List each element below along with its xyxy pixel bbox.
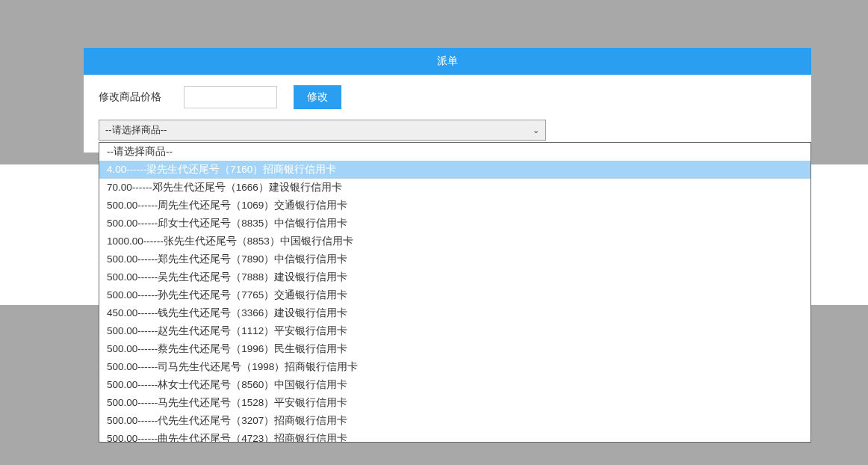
dropdown-item[interactable]: 70.00------邓先生代还尾号（1666）建设银行信用卡: [99, 179, 810, 197]
product-select[interactable]: --请选择商品-- ⌄: [99, 120, 546, 141]
dropdown-item[interactable]: 500.00------周先生代还尾号（1069）交通银行信用卡: [99, 197, 810, 215]
dispatch-panel: 派单 修改商品价格 修改 --请选择商品-- ⌄: [84, 48, 811, 153]
dropdown-placeholder[interactable]: --请选择商品--: [99, 143, 810, 161]
dropdown-item[interactable]: 500.00------曲先生代还尾号（4723）招商银行信用卡: [99, 430, 810, 443]
product-select-value: --请选择商品--: [105, 123, 533, 137]
price-input[interactable]: [184, 86, 277, 108]
dropdown-item[interactable]: 500.00------赵先生代还尾号（1112）平安银行信用卡: [99, 322, 810, 340]
dropdown-item[interactable]: 500.00------吴先生代还尾号（7888）建设银行信用卡: [99, 268, 810, 286]
dropdown-item[interactable]: 500.00------马先生代还尾号（1528）平安银行信用卡: [99, 394, 810, 412]
price-label: 修改商品价格: [99, 90, 161, 104]
dropdown-item[interactable]: 500.00------林女士代还尾号（8560）中国银行信用卡: [99, 376, 810, 394]
dropdown-item[interactable]: 4.00------梁先生代还尾号（7160）招商银行信用卡: [99, 161, 810, 179]
modify-button[interactable]: 修改: [294, 85, 341, 109]
chevron-down-icon: ⌄: [533, 126, 539, 135]
product-dropdown[interactable]: --请选择商品-- 4.00------梁先生代还尾号（7160）招商银行信用卡…: [99, 142, 811, 443]
dropdown-item[interactable]: 450.00------钱先生代还尾号（3366）建设银行信用卡: [99, 304, 810, 322]
dropdown-item[interactable]: 500.00------司马先生代还尾号（1998）招商银行信用卡: [99, 358, 810, 376]
panel-title: 派单: [84, 48, 811, 75]
dropdown-item[interactable]: 500.00------孙先生代还尾号（7765）交通银行信用卡: [99, 286, 810, 304]
dropdown-item[interactable]: 1000.00------张先生代还尾号（8853）中国银行信用卡: [99, 232, 810, 250]
dropdown-item[interactable]: 500.00------邱女士代还尾号（8835）中信银行信用卡: [99, 215, 810, 232]
price-form-row: 修改商品价格 修改: [84, 75, 811, 120]
dropdown-item[interactable]: 500.00------郑先生代还尾号（7890）中信银行信用卡: [99, 250, 810, 268]
dropdown-item[interactable]: 500.00------代先生代还尾号（3207）招商银行信用卡: [99, 412, 810, 430]
dropdown-item[interactable]: 500.00------蔡先生代还尾号（1996）民生银行信用卡: [99, 340, 810, 358]
